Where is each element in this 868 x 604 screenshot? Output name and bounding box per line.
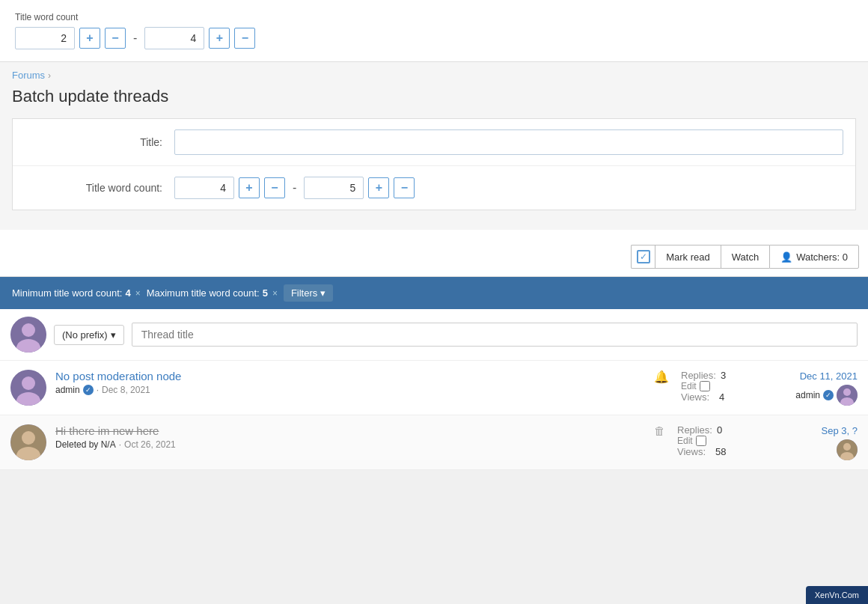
top-word-count-section: Title word count + − - + − — [0, 0, 868, 62]
breadcrumb-forums[interactable]: Forums — [12, 70, 45, 81]
thread-2-views-label: Views: — [677, 446, 711, 457]
form-max-minus-btn[interactable]: − — [394, 177, 415, 198]
thread-1-views-label: Views: — [681, 391, 715, 403]
thread-2-last-author-avatar — [837, 439, 858, 460]
top-min-minus-btn[interactable]: − — [105, 28, 126, 49]
thread-2-date-section: Sep 3, ? — [768, 424, 858, 460]
thread-1-last-date[interactable]: Dec 11, 2021 — [800, 370, 858, 382]
max-filter-label: Maximum title word count: — [147, 287, 260, 299]
thread-2-edit-checkbox[interactable] — [696, 436, 706, 446]
thread-1-edit-label: Edit — [681, 381, 697, 391]
new-thread-row: (No prefix) ▾ — [0, 309, 868, 361]
page-title: Batch update threads — [0, 84, 868, 118]
watchers-btn[interactable]: 👤 Watchers: 0 — [769, 245, 859, 269]
max-filter-value: 5 — [263, 287, 268, 299]
mark-read-btn[interactable]: Mark read — [655, 245, 721, 269]
thread-1-dot: · — [97, 385, 99, 395]
title-input[interactable] — [174, 129, 843, 155]
prefix-label: (No prefix) — [62, 329, 108, 341]
thread-1-author: admin — [55, 385, 80, 395]
max-filter-remove[interactable]: × — [272, 288, 278, 299]
word-count-row: Title word count: + − - + − — [13, 166, 855, 210]
top-min-plus-btn[interactable]: + — [79, 28, 100, 49]
user-watchers-icon: 👤 — [780, 251, 792, 263]
filters-chevron: ▾ — [320, 287, 326, 299]
thread-2-author: Deleted by N/A — [55, 439, 116, 450]
thread-2-avatar — [10, 424, 46, 460]
top-stepper-group: + − - + − — [15, 27, 853, 49]
thread-1-stat-group: Replies: 3 Edit Views: 4 — [681, 370, 726, 403]
thread-1-last-author-badge: ✓ — [823, 390, 834, 400]
thread-2-date-author — [768, 439, 858, 460]
thread-1-info: No post moderation node admin ✓ · Dec 8,… — [55, 370, 645, 395]
thread-2-meta: Deleted by N/A · Oct 26, 2021 — [55, 439, 645, 450]
thread-2-stats: 🗑 Replies: 0 Edit Views: 58 — [654, 424, 759, 457]
thread-1-avatar — [10, 370, 46, 406]
select-all-checkbox-icon — [637, 250, 650, 263]
top-max-input[interactable] — [144, 27, 204, 49]
svg-point-1 — [22, 323, 35, 337]
thread-1-views-value: 4 — [719, 391, 724, 403]
max-filter-tag: Maximum title word count: 5 × — [147, 287, 278, 299]
thread-2-replies-label: Replies: — [677, 424, 712, 436]
thread-item-2: Hi there im new here Deleted by N/A · Oc… — [0, 415, 868, 470]
word-count-label: Title word count: — [25, 182, 174, 194]
thread-1-meta: admin ✓ · Dec 8, 2021 — [55, 385, 645, 395]
thread-2-trash-icon: 🗑 — [654, 424, 665, 437]
form-stepper-separator: - — [290, 181, 299, 195]
min-filter-label: Minimum title word count: — [12, 287, 122, 299]
min-filter-value: 4 — [125, 287, 130, 299]
thread-2-date: Oct 26, 2021 — [124, 439, 176, 450]
thread-1-replies-label: Replies: — [681, 370, 716, 381]
top-min-input[interactable] — [15, 27, 75, 49]
thread-1-edit-checkbox[interactable] — [700, 381, 710, 391]
form-min-input[interactable] — [174, 177, 234, 199]
thread-2-last-date[interactable]: Sep 3, ? — [822, 425, 858, 436]
top-max-plus-btn[interactable]: + — [209, 28, 230, 49]
thread-1-views-row: Views: 4 — [681, 391, 726, 403]
form-max-plus-btn[interactable]: + — [368, 177, 389, 198]
svg-point-4 — [22, 376, 35, 390]
toolbar-bar: Mark read Watch 👤 Watchers: 0 — [0, 237, 868, 277]
top-stepper-separator: - — [130, 31, 140, 45]
breadcrumb: Forums › — [0, 62, 868, 84]
thread-title-input[interactable] — [132, 323, 858, 347]
svg-point-13 — [843, 443, 851, 451]
svg-point-10 — [22, 431, 35, 445]
top-max-minus-btn[interactable]: − — [234, 28, 255, 49]
title-label: Title: — [25, 136, 174, 148]
thread-2-replies-row: Replies: 0 — [677, 424, 726, 436]
thread-1-stats: 🔔 Replies: 3 Edit Views: 4 — [654, 370, 759, 403]
svg-point-7 — [843, 388, 851, 396]
thread-1-title[interactable]: No post moderation node — [55, 370, 181, 382]
thread-1-verified: ✓ — [83, 385, 94, 395]
thread-2-edit-row: Edit — [677, 436, 726, 446]
prefix-chevron: ▾ — [111, 329, 116, 341]
thread-1-date: Dec 8, 2021 — [102, 385, 150, 395]
thread-1-replies-row: Replies: 3 — [681, 370, 726, 381]
thread-2-views-value: 58 — [715, 446, 726, 457]
thread-2-replies-value: 0 — [717, 424, 722, 436]
form-max-input[interactable] — [304, 177, 364, 199]
form-min-minus-btn[interactable]: − — [264, 177, 285, 198]
top-word-count-label: Title word count — [15, 12, 853, 22]
new-thread-avatar — [10, 317, 46, 353]
thread-1-bell-icon: 🔔 — [654, 370, 669, 384]
select-all-checkbox-btn[interactable] — [631, 245, 655, 269]
forums-section: Mark read Watch 👤 Watchers: 0 Minimum ti… — [0, 237, 868, 470]
thread-2-edit-label: Edit — [677, 436, 693, 446]
form-min-plus-btn[interactable]: + — [239, 177, 260, 198]
thread-1-last-author-avatar — [837, 385, 858, 406]
word-count-control: + − - + − — [174, 177, 843, 199]
thread-2-stat-group: Replies: 0 Edit Views: 58 — [677, 424, 726, 457]
form-section: Title: Title word count: + − - + − — [12, 118, 856, 210]
thread-2-title[interactable]: Hi there im new here — [55, 424, 159, 437]
thread-2-dot: · — [119, 439, 121, 450]
form-stepper-group: + − - + − — [174, 177, 843, 199]
watch-btn[interactable]: Watch — [721, 245, 769, 269]
filters-dropdown-btn[interactable]: Filters ▾ — [284, 284, 333, 302]
watchers-label: Watchers: 0 — [796, 251, 848, 263]
prefix-select[interactable]: (No prefix) ▾ — [54, 325, 124, 345]
thread-item-1: No post moderation node admin ✓ · Dec 8,… — [0, 361, 868, 415]
min-filter-remove[interactable]: × — [135, 288, 141, 299]
